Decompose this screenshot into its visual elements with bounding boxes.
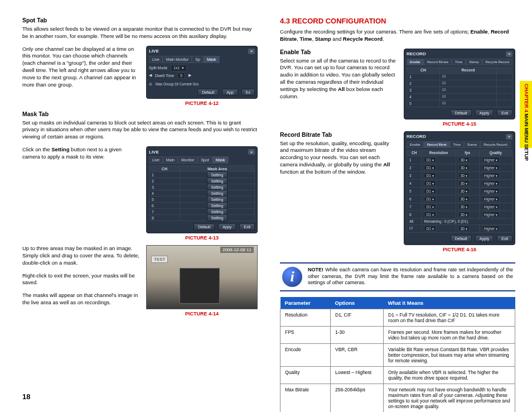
spot-tab-intro: This allows select feeds to be viewed on… — [22, 26, 258, 40]
figure-4-13: LIVE× LiveMainMonitorSpotMask CHMask Are… — [146, 146, 258, 241]
table-row: Max Bitrate256-2084kbps Your network may… — [280, 384, 515, 412]
figure-4-12: LIVE× LiveMain MonitorSpMask Split Mode1… — [146, 46, 258, 106]
spot-tab-heading: Spot Tab — [22, 17, 258, 23]
table-header-meaning: What it Means — [384, 297, 515, 309]
bitrate-tab-text: Set up the resolution, quality, encoding… — [280, 140, 397, 176]
figure-4-15: RECORD× EnableRecord BitrateTimeStampRec… — [404, 49, 515, 127]
figure-4-14-caption: PICTURE 4-14 — [146, 311, 258, 317]
bitrate-table: CHResolutionfpsQuality 1D130Higher 2D130… — [407, 150, 512, 233]
chapter-tab-text: CHAPTER 4 MAIN MENU SETUP — [524, 84, 529, 161]
enable-table: CHRecord 1☑ 2☑ 3☑ 4☑ 5☑ — [407, 67, 512, 107]
page-number-left: 18 — [22, 392, 258, 401]
bitrate-tab-heading: Record Bitrate Tab — [280, 131, 397, 138]
figure-4-14: 2008-12-08 11 TEST PICTURE 4-14 — [146, 245, 258, 317]
figure-4-16: RECORD× EnableRecord BitratTimeStampRecy… — [404, 131, 515, 252]
info-icon: i — [282, 267, 302, 287]
table-row: QualityLowest – HighestOnly available wh… — [280, 366, 515, 384]
parameter-table: Parameter Options What it Means Resoluti… — [280, 297, 515, 412]
figure-4-15-caption: PICTURE 4-15 — [404, 121, 515, 127]
camera-preview-image: 2008-12-08 11 TEST — [146, 245, 258, 309]
mask-appear-text: The masks will appear on that channel's … — [22, 292, 139, 306]
figure-4-16-caption: PICTURE 4-16 — [404, 247, 515, 252]
left-page: Spot Tab This allows select feeds to be … — [22, 17, 258, 401]
figure-4-13-caption: PICTURE 4-13 — [146, 235, 258, 241]
table-row: FPS1-30Frames per second. More frames ma… — [280, 326, 515, 343]
table-header-parameter: Parameter — [280, 297, 331, 309]
table-row: EncodeVBR, CBRVariable Bit Rate versus C… — [280, 343, 515, 366]
record-intro: Configure the recording settings for you… — [280, 28, 515, 43]
mask-tab-intro: Set up masks on individual cameras to bl… — [22, 119, 258, 141]
right-page: 4.3 RECORD CONFIGURATION Configure the r… — [280, 17, 515, 401]
mask-save-text: Right-click to exit the screen, your mas… — [22, 272, 139, 287]
close-icon: × — [506, 51, 512, 57]
note-box: i NOTE! While each camera can have its r… — [280, 262, 515, 291]
table-row: ResolutionD1, CIFD1 = Full TV resolution… — [280, 309, 515, 326]
figure-4-12-caption: PICTURE 4-12 — [146, 100, 258, 106]
mask-tab-heading: Mask Tab — [22, 111, 258, 117]
spot-tab-detail: Only one channel can be displayed at a t… — [22, 46, 139, 89]
close-icon: × — [506, 134, 512, 140]
section-heading: 4.3 RECORD CONFIGURATION — [280, 17, 515, 25]
enable-tab-heading: Enable Tab — [280, 49, 397, 55]
close-icon: × — [248, 149, 255, 155]
table-header-options: Options — [331, 297, 384, 309]
close-icon: × — [248, 49, 255, 54]
mask-areas-text: Up to three areas may be masked in an im… — [22, 245, 139, 266]
enable-tab-text: Select some or all of the cameras to rec… — [280, 58, 397, 100]
mask-setting-text: Click on the Setting button next to a gi… — [22, 146, 139, 161]
mask-table: CHMask Area 1Setting 2Setting 3Setting 4… — [149, 165, 255, 221]
